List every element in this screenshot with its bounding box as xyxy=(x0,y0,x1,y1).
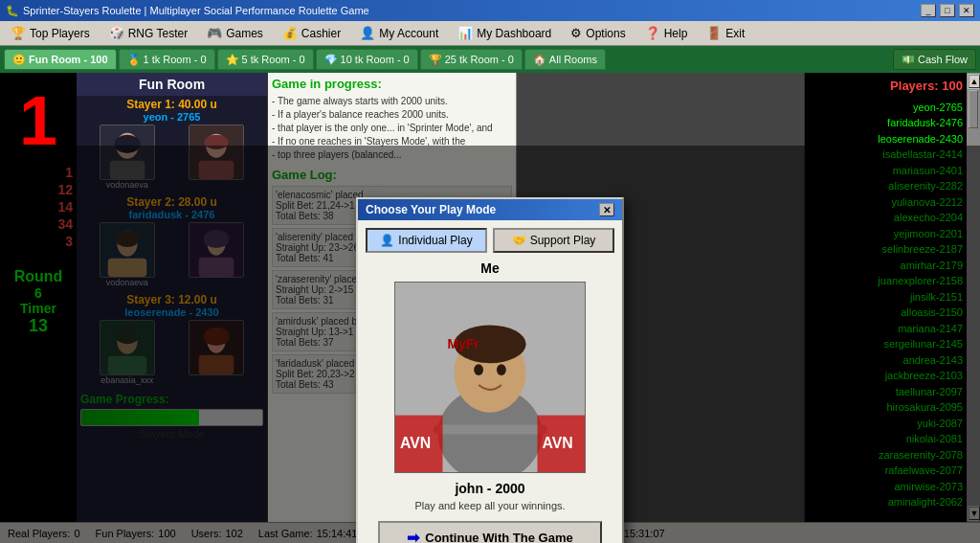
tab-all-rooms-icon: 🏠 xyxy=(533,54,546,66)
menu-help[interactable]: ❓ Help xyxy=(636,23,697,44)
tab-bar: 🙂 Fun Room - 100 🏅 1 tk Room - 0 ⭐ 5 tk … xyxy=(0,46,980,73)
play-mode-buttons: 👤 Individual Play 🤝 Support Play xyxy=(366,228,614,253)
account-icon: 👤 xyxy=(360,26,375,40)
stayer-1-player: yeon - 2765 xyxy=(80,111,263,123)
svg-text:AVN: AVN xyxy=(400,435,431,451)
modal-close-button[interactable]: ✕ xyxy=(599,203,614,216)
svg-point-30 xyxy=(497,364,506,375)
games-icon: 🎮 xyxy=(207,26,222,40)
continue-arrow-icon: ➡ xyxy=(407,529,419,543)
window-controls: _ □ ✕ xyxy=(921,4,974,17)
title-bar-left: 🐛 Sprinter-Stayers Roulette | Multiplaye… xyxy=(6,5,369,17)
tab-fun-room-icon: 🙂 xyxy=(12,54,26,66)
menu-account[interactable]: 👤 My Account xyxy=(351,23,447,44)
stayers-title: Fun Room xyxy=(77,73,267,96)
options-icon: ⚙ xyxy=(570,26,582,40)
player-1: yeon-2765 xyxy=(809,100,963,116)
menu-dashboard[interactable]: 📊 My Dashboard xyxy=(449,23,560,44)
tab-all-rooms[interactable]: 🏠 All Rooms xyxy=(524,49,606,70)
tab-cash-flow[interactable]: 💵 Cash Flow xyxy=(893,49,976,70)
modal-overlay: Choose Your Play Mode ✕ 👤 Individual Pla… xyxy=(0,146,980,543)
tab-10tk-room[interactable]: 💎 10 tk Room - 0 xyxy=(316,49,418,70)
scrollbar-up-button[interactable]: ▲ xyxy=(969,75,980,88)
menu-cashier[interactable]: 💰 Cashier xyxy=(274,23,349,44)
exit-icon: 🚪 xyxy=(706,26,722,40)
players-title: Players: 100 xyxy=(809,77,963,96)
modal-title-bar: Choose Your Play Mode ✕ xyxy=(358,199,622,220)
scrollbar-thumb[interactable] xyxy=(969,90,978,128)
menu-rng-tester[interactable]: 🎲 RNG Tester xyxy=(100,23,196,44)
tab-5tk-icon: ⭐ xyxy=(226,54,239,66)
modal-title-text: Choose Your Play Mode xyxy=(366,203,496,216)
modal-body: 👤 Individual Play 🤝 Support Play Me xyxy=(358,220,622,543)
player-3: leoserenade-2430 xyxy=(809,131,963,147)
menu-options[interactable]: ⚙ Options xyxy=(562,23,634,44)
support-play-icon: 🤝 xyxy=(512,234,526,247)
player-2: faridadusk-2476 xyxy=(809,115,963,131)
stayer-1-amount: Stayer 1: 40.00 u xyxy=(80,98,263,111)
maximize-button[interactable]: □ xyxy=(940,4,955,17)
tab-fun-room[interactable]: 🙂 Fun Room - 100 xyxy=(4,49,117,70)
menu-bar: 🏆 Top Players 🎲 RNG Tester 🎮 Games 💰 Cas… xyxy=(0,21,980,46)
menu-exit[interactable]: 🚪 Exit xyxy=(698,23,753,44)
minimize-button[interactable]: _ xyxy=(921,4,936,17)
top-players-icon: 🏆 xyxy=(11,26,26,40)
user-photo: AVN AVN MyFr xyxy=(394,282,586,473)
game-in-progress-title: Game in progress: xyxy=(272,77,512,91)
help-icon: ❓ xyxy=(645,26,660,40)
play-mode-modal: Choose Your Play Mode ✕ 👤 Individual Pla… xyxy=(356,197,624,543)
close-button[interactable]: ✕ xyxy=(959,4,974,17)
tab-10tk-icon: 💎 xyxy=(324,54,338,66)
svg-text:MyFr: MyFr xyxy=(447,336,479,351)
tab-cash-flow-icon: 💵 xyxy=(902,54,915,66)
app-icon: 🐛 xyxy=(6,5,19,17)
continue-game-button[interactable]: ➡ Continue With The Game xyxy=(378,521,602,543)
dashboard-icon: 📊 xyxy=(457,26,473,40)
menu-top-players[interactable]: 🏆 Top Players xyxy=(2,23,99,44)
svg-point-29 xyxy=(474,364,483,375)
title-bar: 🐛 Sprinter-Stayers Roulette | Multiplaye… xyxy=(0,0,980,21)
support-play-button[interactable]: 🤝 Support Play xyxy=(493,228,614,253)
svg-rect-31 xyxy=(434,425,547,435)
menu-games[interactable]: 🎮 Games xyxy=(198,23,272,44)
tab-5tk-room[interactable]: ⭐ 5 tk Room - 0 xyxy=(217,49,314,70)
modal-user-name: john - 2000 xyxy=(366,481,614,496)
tab-1tk-room[interactable]: 🏅 1 tk Room - 0 xyxy=(119,49,215,70)
tab-1tk-icon: 🏅 xyxy=(127,54,141,66)
individual-play-button[interactable]: 👤 Individual Play xyxy=(366,228,487,253)
app-title: Sprinter-Stayers Roulette | Multiplayer … xyxy=(23,5,369,16)
svg-text:AVN: AVN xyxy=(542,435,572,451)
individual-play-icon: 👤 xyxy=(380,234,394,247)
cashier-icon: 💰 xyxy=(282,26,298,40)
tab-25tk-room[interactable]: 🏆 25 tk Room - 0 xyxy=(420,49,523,70)
rng-icon: 🎲 xyxy=(109,26,124,40)
me-label: Me xyxy=(366,260,614,276)
tab-25tk-icon: 🏆 xyxy=(429,54,442,66)
modal-tagline: Play and keep all your winnings. xyxy=(366,500,614,511)
